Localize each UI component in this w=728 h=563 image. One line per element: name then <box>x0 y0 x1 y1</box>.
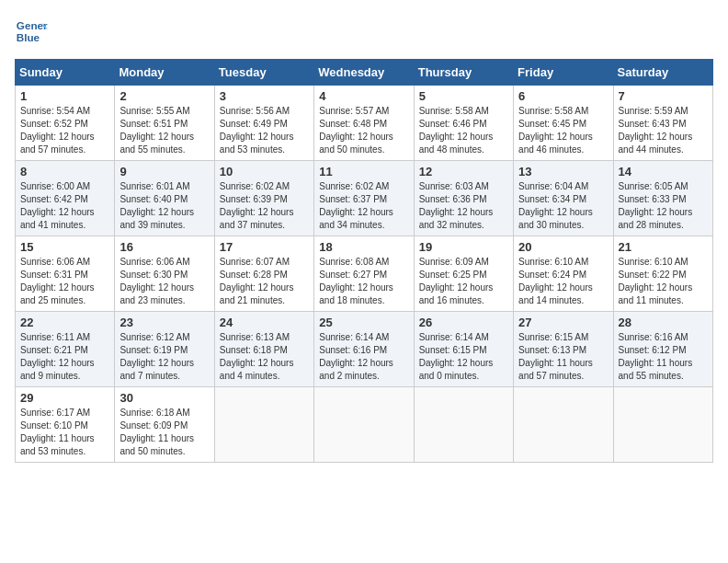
day-info: Sunrise: 6:17 AM Sunset: 6:10 PM Dayligh… <box>20 407 109 458</box>
day-number: 7 <box>619 89 708 103</box>
column-header-monday: Monday <box>115 60 214 86</box>
day-info: Sunrise: 6:06 AM Sunset: 6:31 PM Dayligh… <box>20 256 109 307</box>
day-info: Sunrise: 6:18 AM Sunset: 6:09 PM Dayligh… <box>119 407 209 458</box>
day-number: 11 <box>319 165 408 178</box>
day-info: Sunrise: 6:10 AM Sunset: 6:22 PM Dayligh… <box>619 256 708 307</box>
day-info: Sunrise: 6:11 AM Sunset: 6:21 PM Dayligh… <box>20 331 109 383</box>
day-info: Sunrise: 6:15 AM Sunset: 6:13 PM Dayligh… <box>518 331 608 383</box>
day-cell <box>514 387 613 463</box>
week-row-1: 1Sunrise: 5:54 AM Sunset: 6:52 PM Daylig… <box>16 86 713 161</box>
day-cell: 1Sunrise: 5:54 AM Sunset: 6:52 PM Daylig… <box>16 86 115 161</box>
day-cell: 23Sunrise: 6:12 AM Sunset: 6:19 PM Dayli… <box>115 312 214 387</box>
day-info: Sunrise: 5:58 AM Sunset: 6:46 PM Dayligh… <box>419 105 508 156</box>
day-number: 8 <box>20 165 109 178</box>
day-info: Sunrise: 5:59 AM Sunset: 6:43 PM Dayligh… <box>619 105 708 156</box>
day-info: Sunrise: 6:02 AM Sunset: 6:39 PM Dayligh… <box>220 180 309 232</box>
day-cell: 13Sunrise: 6:04 AM Sunset: 6:34 PM Dayli… <box>514 161 613 236</box>
day-cell: 4Sunrise: 5:57 AM Sunset: 6:48 PM Daylig… <box>314 86 414 161</box>
day-info: Sunrise: 6:02 AM Sunset: 6:37 PM Dayligh… <box>319 180 408 232</box>
day-cell: 2Sunrise: 5:55 AM Sunset: 6:51 PM Daylig… <box>115 86 214 161</box>
day-info: Sunrise: 6:10 AM Sunset: 6:24 PM Dayligh… <box>518 256 608 307</box>
day-number: 22 <box>20 316 109 329</box>
column-header-friday: Friday <box>514 60 613 86</box>
day-number: 24 <box>220 316 309 329</box>
day-number: 5 <box>419 89 508 103</box>
day-info: Sunrise: 6:09 AM Sunset: 6:25 PM Dayligh… <box>419 256 508 307</box>
day-info: Sunrise: 6:00 AM Sunset: 6:42 PM Dayligh… <box>20 180 109 232</box>
week-row-3: 15Sunrise: 6:06 AM Sunset: 6:31 PM Dayli… <box>16 236 713 312</box>
day-info: Sunrise: 6:14 AM Sunset: 6:16 PM Dayligh… <box>319 331 408 383</box>
day-info: Sunrise: 5:57 AM Sunset: 6:48 PM Dayligh… <box>319 105 408 156</box>
day-info: Sunrise: 6:01 AM Sunset: 6:40 PM Dayligh… <box>119 180 209 232</box>
day-info: Sunrise: 6:07 AM Sunset: 6:28 PM Dayligh… <box>220 256 309 307</box>
day-info: Sunrise: 6:16 AM Sunset: 6:12 PM Dayligh… <box>619 331 708 383</box>
calendar-body: 1Sunrise: 5:54 AM Sunset: 6:52 PM Daylig… <box>16 86 713 463</box>
day-number: 10 <box>220 165 309 178</box>
day-number: 19 <box>419 240 508 254</box>
day-number: 28 <box>619 316 708 329</box>
day-cell: 22Sunrise: 6:11 AM Sunset: 6:21 PM Dayli… <box>16 312 115 387</box>
day-cell: 21Sunrise: 6:10 AM Sunset: 6:22 PM Dayli… <box>613 236 712 312</box>
day-cell: 15Sunrise: 6:06 AM Sunset: 6:31 PM Dayli… <box>16 236 115 312</box>
day-info: Sunrise: 6:13 AM Sunset: 6:18 PM Dayligh… <box>220 331 309 383</box>
day-cell: 24Sunrise: 6:13 AM Sunset: 6:18 PM Dayli… <box>214 312 313 387</box>
day-info: Sunrise: 5:56 AM Sunset: 6:49 PM Dayligh… <box>220 105 309 156</box>
day-number: 2 <box>119 89 209 103</box>
day-info: Sunrise: 6:06 AM Sunset: 6:30 PM Dayligh… <box>119 256 209 307</box>
day-number: 27 <box>518 316 608 329</box>
day-cell <box>314 387 414 463</box>
day-number: 6 <box>518 89 608 103</box>
calendar-table: SundayMondayTuesdayWednesdayThursdayFrid… <box>15 59 713 463</box>
day-info: Sunrise: 5:54 AM Sunset: 6:52 PM Dayligh… <box>20 105 109 156</box>
day-cell: 26Sunrise: 6:14 AM Sunset: 6:15 PM Dayli… <box>414 312 513 387</box>
day-cell: 8Sunrise: 6:00 AM Sunset: 6:42 PM Daylig… <box>16 161 115 236</box>
day-number: 16 <box>119 240 209 254</box>
day-cell: 18Sunrise: 6:08 AM Sunset: 6:27 PM Dayli… <box>314 236 414 312</box>
day-cell: 27Sunrise: 6:15 AM Sunset: 6:13 PM Dayli… <box>514 312 613 387</box>
day-info: Sunrise: 6:14 AM Sunset: 6:15 PM Dayligh… <box>419 331 508 383</box>
logo-icon: General Blue <box>15 15 48 48</box>
day-info: Sunrise: 6:12 AM Sunset: 6:19 PM Dayligh… <box>119 331 209 383</box>
day-cell <box>414 387 513 463</box>
column-header-tuesday: Tuesday <box>214 60 313 86</box>
day-cell: 6Sunrise: 5:58 AM Sunset: 6:45 PM Daylig… <box>514 86 613 161</box>
day-number: 13 <box>518 165 608 178</box>
week-row-5: 29Sunrise: 6:17 AM Sunset: 6:10 PM Dayli… <box>16 387 713 463</box>
day-cell <box>613 387 712 463</box>
day-number: 4 <box>319 89 408 103</box>
day-number: 14 <box>619 165 708 178</box>
day-number: 23 <box>119 316 209 329</box>
day-number: 12 <box>419 165 508 178</box>
day-number: 9 <box>119 165 209 178</box>
week-row-2: 8Sunrise: 6:00 AM Sunset: 6:42 PM Daylig… <box>16 161 713 236</box>
day-number: 26 <box>419 316 508 329</box>
day-info: Sunrise: 6:03 AM Sunset: 6:36 PM Dayligh… <box>419 180 508 232</box>
day-number: 15 <box>20 240 109 254</box>
day-cell: 14Sunrise: 6:05 AM Sunset: 6:33 PM Dayli… <box>613 161 712 236</box>
day-cell: 7Sunrise: 5:59 AM Sunset: 6:43 PM Daylig… <box>613 86 712 161</box>
day-cell: 28Sunrise: 6:16 AM Sunset: 6:12 PM Dayli… <box>613 312 712 387</box>
day-cell <box>214 387 313 463</box>
svg-text:Blue: Blue <box>17 31 40 43</box>
header-row: SundayMondayTuesdayWednesdayThursdayFrid… <box>16 60 713 86</box>
day-number: 21 <box>619 240 708 254</box>
day-info: Sunrise: 5:55 AM Sunset: 6:51 PM Dayligh… <box>119 105 209 156</box>
column-header-sunday: Sunday <box>16 60 115 86</box>
day-info: Sunrise: 6:05 AM Sunset: 6:33 PM Dayligh… <box>619 180 708 232</box>
day-info: Sunrise: 5:58 AM Sunset: 6:45 PM Dayligh… <box>518 105 608 156</box>
day-number: 25 <box>319 316 408 329</box>
day-cell: 20Sunrise: 6:10 AM Sunset: 6:24 PM Dayli… <box>514 236 613 312</box>
day-cell: 19Sunrise: 6:09 AM Sunset: 6:25 PM Dayli… <box>414 236 513 312</box>
day-cell: 16Sunrise: 6:06 AM Sunset: 6:30 PM Dayli… <box>115 236 214 312</box>
day-info: Sunrise: 6:04 AM Sunset: 6:34 PM Dayligh… <box>518 180 608 232</box>
day-info: Sunrise: 6:08 AM Sunset: 6:27 PM Dayligh… <box>319 256 408 307</box>
day-cell: 12Sunrise: 6:03 AM Sunset: 6:36 PM Dayli… <box>414 161 513 236</box>
day-cell: 11Sunrise: 6:02 AM Sunset: 6:37 PM Dayli… <box>314 161 414 236</box>
day-number: 29 <box>20 391 109 405</box>
day-cell: 30Sunrise: 6:18 AM Sunset: 6:09 PM Dayli… <box>115 387 214 463</box>
calendar-header: SundayMondayTuesdayWednesdayThursdayFrid… <box>16 60 713 86</box>
day-number: 3 <box>220 89 309 103</box>
day-number: 17 <box>220 240 309 254</box>
day-cell: 25Sunrise: 6:14 AM Sunset: 6:16 PM Dayli… <box>314 312 414 387</box>
day-number: 1 <box>20 89 109 103</box>
